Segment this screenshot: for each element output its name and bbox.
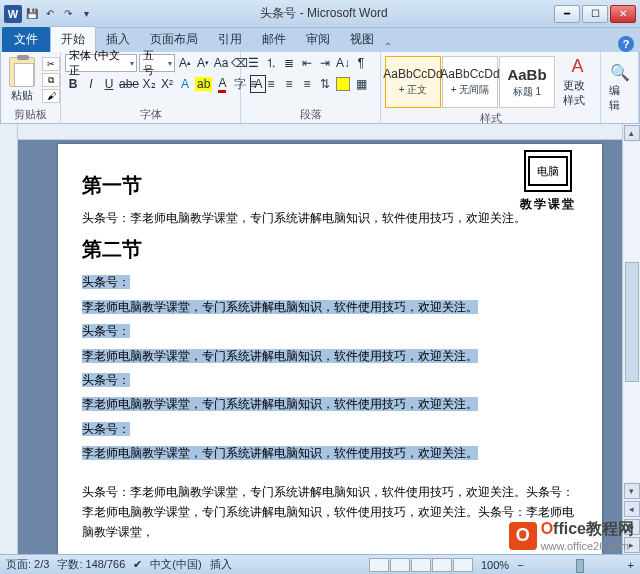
- paragraph-tail: 头条号：李老师电脑教学课堂，专门系统讲解电脑知识，软件使用技巧，欢迎关注。头条号…: [82, 482, 578, 543]
- word-app-icon[interactable]: W: [4, 5, 22, 23]
- stamp-image: 电脑 教学课堂: [504, 150, 592, 214]
- tab-references[interactable]: 引用: [208, 27, 252, 52]
- selected-text[interactable]: 李老师电脑教学课堂，专门系统讲解电脑知识，软件使用技巧，欢迎关注。: [82, 300, 478, 314]
- shading-button[interactable]: [335, 75, 351, 93]
- tab-mailings[interactable]: 邮件: [252, 27, 296, 52]
- selected-text[interactable]: 头条号：: [82, 324, 130, 338]
- sort-button[interactable]: A↓: [335, 54, 351, 72]
- format-painter-button[interactable]: 🖌: [42, 89, 60, 103]
- change-case-button[interactable]: Aa: [213, 54, 229, 72]
- ribbon: 粘贴 ✂ ⧉ 🖌 剪贴板 宋体 (中文正 五号 A▴ A▾ Aa ⌫ B I U: [0, 52, 640, 124]
- grow-font-button[interactable]: A▴: [177, 54, 193, 72]
- status-words[interactable]: 字数: 148/766: [57, 557, 125, 572]
- stamp-monitor: 电脑: [528, 156, 568, 186]
- prev-page-button[interactable]: ◂: [624, 501, 640, 517]
- tab-view[interactable]: 视图: [340, 27, 384, 52]
- view-print-layout[interactable]: [369, 558, 389, 572]
- font-color-button[interactable]: A: [214, 75, 230, 93]
- show-marks-button[interactable]: ¶: [353, 54, 369, 72]
- line-spacing-button[interactable]: ⇅: [317, 75, 333, 93]
- styles-gallery[interactable]: AaBbCcDd + 正文 AaBbCcDd + 无间隔 AaBb 标题 1: [385, 56, 556, 108]
- vertical-scrollbar[interactable]: ▴ ▾ ◂ ● ▸: [622, 124, 640, 554]
- borders-button[interactable]: ▦: [353, 75, 369, 93]
- minimize-ribbon-icon[interactable]: ⌃: [384, 41, 392, 52]
- status-mode[interactable]: 插入: [210, 557, 232, 572]
- shrink-font-button[interactable]: A▾: [195, 54, 211, 72]
- group-paragraph: ☰ ⒈ ≣ ⇤ ⇥ A↓ ¶ ≡ ≡ ≡ ≡ ⇅ ▦ 段落: [241, 52, 381, 123]
- vertical-ruler[interactable]: [0, 124, 18, 554]
- zoom-level[interactable]: 100%: [481, 559, 509, 571]
- group-editing: 🔍 编辑: [601, 52, 639, 123]
- dec-indent-button[interactable]: ⇤: [299, 54, 315, 72]
- close-button[interactable]: ✕: [610, 5, 636, 23]
- view-fullscreen[interactable]: [390, 558, 410, 572]
- style-normal[interactable]: AaBbCcDd + 正文: [385, 56, 441, 108]
- status-page[interactable]: 页面: 2/3: [6, 557, 49, 572]
- qat-undo-icon[interactable]: ↶: [42, 6, 58, 22]
- align-center-button[interactable]: ≡: [263, 75, 279, 93]
- view-draft[interactable]: [453, 558, 473, 572]
- stamp-label: 教学课堂: [504, 194, 592, 214]
- numbering-button[interactable]: ⒈: [263, 54, 279, 72]
- font-size-combo[interactable]: 五号: [139, 54, 175, 72]
- page[interactable]: 电脑 教学课堂 第一节 头条号：李老师电脑教学课堂，专门系统讲解电脑知识，软件使…: [58, 144, 602, 554]
- status-spellcheck-icon[interactable]: ✔: [133, 558, 142, 571]
- selected-text[interactable]: 头条号：: [82, 275, 130, 289]
- scroll-track[interactable]: [624, 142, 640, 482]
- scroll-thumb[interactable]: [625, 262, 639, 382]
- status-language[interactable]: 中文(中国): [150, 557, 201, 572]
- scroll-up-button[interactable]: ▴: [624, 125, 640, 141]
- selected-text[interactable]: 李老师电脑教学课堂，专门系统讲解电脑知识，软件使用技巧，欢迎关注。: [82, 446, 478, 460]
- paste-icon: [9, 57, 35, 87]
- align-left-button[interactable]: ≡: [245, 75, 261, 93]
- qat-redo-icon[interactable]: ↷: [60, 6, 76, 22]
- group-clipboard: 粘贴 ✂ ⧉ 🖌 剪贴板: [1, 52, 61, 123]
- qat-save-icon[interactable]: 💾: [24, 6, 40, 22]
- group-font: 宋体 (中文正 五号 A▴ A▾ Aa ⌫ B I U abe X₂ X² A …: [61, 52, 241, 123]
- window-title: 头条号 - Microsoft Word: [94, 5, 554, 22]
- clipboard-group-label: 剪贴板: [5, 106, 56, 123]
- font-face-combo[interactable]: 宋体 (中文正: [65, 54, 137, 72]
- style-heading1[interactable]: AaBb 标题 1: [499, 56, 555, 108]
- maximize-button[interactable]: ☐: [582, 5, 608, 23]
- multilevel-button[interactable]: ≣: [281, 54, 297, 72]
- tab-review[interactable]: 审阅: [296, 27, 340, 52]
- titlebar: W 💾 ↶ ↷ ▾ 头条号 - Microsoft Word ━ ☐ ✕: [0, 0, 640, 28]
- copy-button[interactable]: ⧉: [42, 73, 60, 87]
- document-area: 电脑 教学课堂 第一节 头条号：李老师电脑教学课堂，专门系统讲解电脑知识，软件使…: [0, 124, 640, 554]
- highlight-button[interactable]: ab: [195, 75, 212, 93]
- cut-button[interactable]: ✂: [42, 57, 60, 71]
- paste-label: 粘贴: [11, 88, 33, 103]
- file-tab[interactable]: 文件: [2, 27, 50, 52]
- qat-customize-icon[interactable]: ▾: [78, 6, 94, 22]
- help-icon[interactable]: ?: [618, 36, 634, 52]
- view-outline[interactable]: [432, 558, 452, 572]
- paste-button[interactable]: 粘贴: [5, 55, 39, 105]
- status-bar: 页面: 2/3 字数: 148/766 ✔ 中文(中国) 插入 100% − +: [0, 554, 640, 574]
- view-web[interactable]: [411, 558, 431, 572]
- document-viewport[interactable]: 电脑 教学课堂 第一节 头条号：李老师电脑教学课堂，专门系统讲解电脑知识，软件使…: [18, 124, 622, 554]
- watermark: O Office教程网 www.office26.com: [509, 519, 634, 552]
- editing-button[interactable]: 🔍 编辑: [605, 61, 634, 115]
- selected-text[interactable]: 李老师电脑教学课堂，专门系统讲解电脑知识，软件使用技巧，欢迎关注。: [82, 349, 478, 363]
- selected-text[interactable]: 头条号：: [82, 373, 130, 387]
- font-group-label: 字体: [65, 106, 236, 123]
- zoom-out-button[interactable]: −: [517, 559, 523, 571]
- zoom-in-button[interactable]: +: [628, 559, 634, 571]
- selected-text[interactable]: 头条号：: [82, 422, 130, 436]
- group-styles: AaBbCcDd + 正文 AaBbCcDd + 无间隔 AaBb 标题 1 A…: [381, 52, 601, 123]
- paragraph-group-label: 段落: [245, 106, 376, 123]
- scroll-down-button[interactable]: ▾: [624, 483, 640, 499]
- selected-text[interactable]: 李老师电脑教学课堂，专门系统讲解电脑知识，软件使用技巧，欢迎关注。: [82, 397, 478, 411]
- bullets-button[interactable]: ☰: [245, 54, 261, 72]
- inc-indent-button[interactable]: ⇥: [317, 54, 333, 72]
- watermark-url: www.office26.com: [541, 540, 634, 552]
- zoom-slider[interactable]: [536, 563, 616, 567]
- text-effects-button[interactable]: A: [177, 75, 193, 93]
- style-nospacing[interactable]: AaBbCcDd + 无间隔: [442, 56, 498, 108]
- minimize-button[interactable]: ━: [554, 5, 580, 23]
- change-styles-button[interactable]: A 更改样式: [559, 54, 596, 110]
- horizontal-ruler[interactable]: [18, 124, 622, 140]
- align-right-button[interactable]: ≡: [281, 75, 297, 93]
- justify-button[interactable]: ≡: [299, 75, 315, 93]
